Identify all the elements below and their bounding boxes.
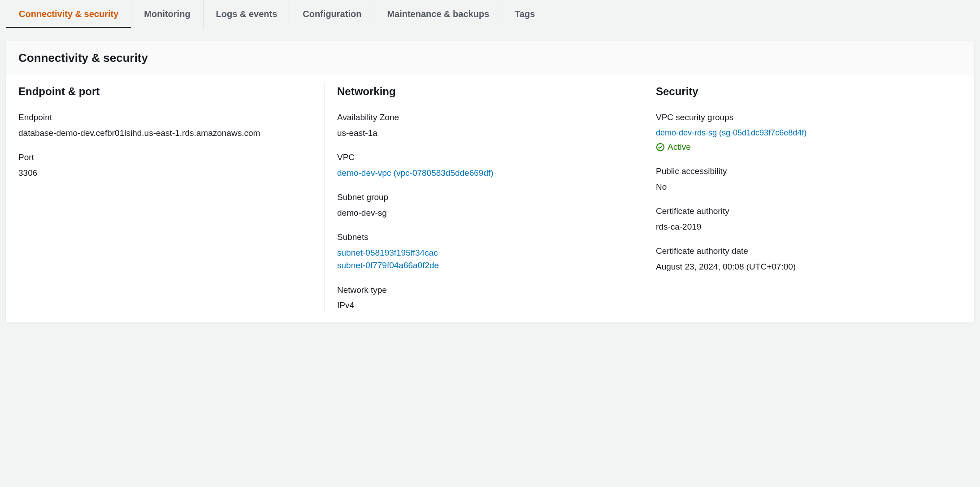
- tab-maintenance-backups[interactable]: Maintenance & backups: [374, 0, 502, 28]
- network-type-value: IPv4: [337, 299, 630, 312]
- sg-link[interactable]: demo-dev-rds-sg (sg-05d1dc93f7c6e8d4f): [656, 128, 807, 137]
- subnet-group-label: Subnet group: [337, 191, 630, 204]
- security-heading: Security: [656, 83, 949, 100]
- panel-columns: Endpoint & port Endpoint database-demo-d…: [6, 75, 974, 322]
- panel-header: Connectivity & security: [6, 41, 974, 75]
- vpc-value: demo-dev-vpc (vpc-0780583d5dde669df): [337, 167, 630, 180]
- network-type-label: Network type: [337, 284, 630, 297]
- sg-status-row: Active: [656, 141, 949, 154]
- subnets-label: Subnets: [337, 231, 630, 244]
- public-label: Public accessibility: [656, 165, 949, 178]
- ca-label: Certificate authority: [656, 205, 949, 218]
- col-endpoint-port: Endpoint & port Endpoint database-demo-d…: [18, 83, 324, 312]
- vpc-link[interactable]: demo-dev-vpc (vpc-0780583d5dde669df): [337, 168, 494, 178]
- endpoint-value: database-demo-dev.cefbr01lsihd.us-east-1…: [18, 127, 312, 140]
- subnets-list: subnet-058193f195ff34cac subnet-0f779f04…: [337, 247, 630, 272]
- sg-label: VPC security groups: [656, 111, 949, 124]
- tab-configuration[interactable]: Configuration: [290, 0, 374, 28]
- subnet-link[interactable]: subnet-0f779f04a66a0f2de: [337, 259, 630, 272]
- az-value: us-east-1a: [337, 127, 630, 140]
- tab-logs-events[interactable]: Logs & events: [204, 0, 291, 28]
- ca-value: rds-ca-2019: [656, 221, 949, 234]
- col-security: Security VPC security groups demo-dev-rd…: [643, 83, 962, 312]
- public-value: No: [656, 181, 949, 194]
- sg-status-text: Active: [668, 141, 691, 154]
- tab-connectivity-security[interactable]: Connectivity & security: [6, 0, 131, 28]
- col-networking: Networking Availability Zone us-east-1a …: [324, 83, 643, 312]
- port-value: 3306: [18, 167, 312, 180]
- subnet-link[interactable]: subnet-058193f195ff34cac: [337, 247, 630, 260]
- endpoint-label: Endpoint: [18, 111, 312, 124]
- ca-date-label: Certificate authority date: [656, 245, 949, 258]
- tabs-bar: Connectivity & security Monitoring Logs …: [0, 0, 980, 28]
- subnet-group-value: demo-dev-sg: [337, 207, 630, 220]
- networking-heading: Networking: [337, 83, 630, 100]
- connectivity-security-panel: Connectivity & security Endpoint & port …: [5, 41, 975, 322]
- panel-title: Connectivity & security: [18, 49, 962, 67]
- sg-value: demo-dev-rds-sg (sg-05d1dc93f7c6e8d4f): [656, 127, 949, 139]
- az-label: Availability Zone: [337, 111, 630, 124]
- port-label: Port: [18, 151, 312, 164]
- tab-monitoring[interactable]: Monitoring: [131, 0, 203, 28]
- ca-date-value: August 23, 2024, 00:08 (UTC+07:00): [656, 261, 949, 274]
- vpc-label: VPC: [337, 151, 630, 164]
- check-circle-icon: [656, 143, 665, 152]
- tab-tags[interactable]: Tags: [502, 0, 547, 28]
- endpoint-port-heading: Endpoint & port: [18, 83, 312, 100]
